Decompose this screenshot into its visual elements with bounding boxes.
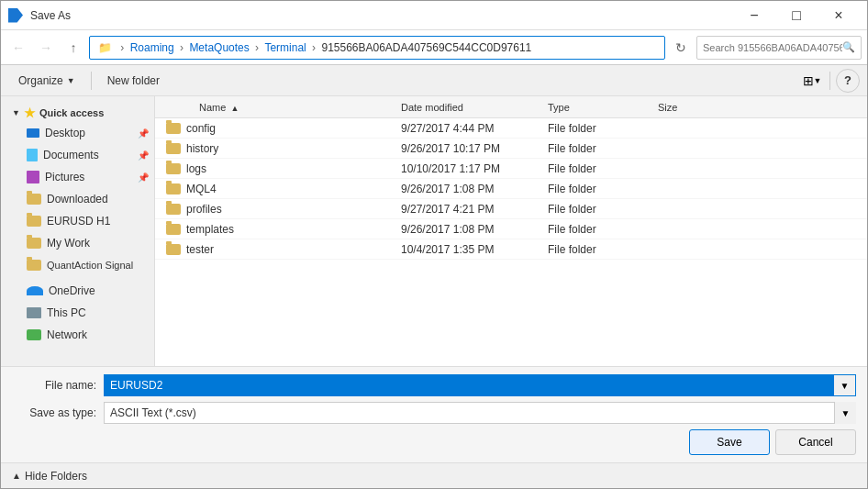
filename-input[interactable] bbox=[104, 374, 834, 396]
documents-icon bbox=[27, 149, 38, 161]
file-row-templates[interactable]: templates 9/26/2017 1:08 PM File folder bbox=[155, 219, 867, 239]
minimize-button[interactable]: − bbox=[733, 1, 775, 30]
savetype-select-wrapper: ▼ bbox=[104, 402, 856, 424]
close-button[interactable]: × bbox=[818, 1, 860, 30]
file-type-config: File folder bbox=[540, 122, 651, 135]
pin-icon-documents: 📌 bbox=[138, 150, 149, 161]
tester-folder-icon bbox=[166, 244, 181, 255]
view-toggle-button[interactable]: ⊞ ▼ bbox=[800, 69, 824, 93]
breadcrumb-sep-3: › bbox=[252, 41, 262, 54]
file-type-tester: File folder bbox=[540, 243, 651, 256]
filename-dropdown-arrow[interactable]: ▼ bbox=[834, 374, 856, 396]
up-button[interactable]: ↑ bbox=[61, 36, 85, 60]
file-row-config[interactable]: config 9/27/2017 4:44 PM File folder bbox=[155, 118, 867, 139]
file-row-logs[interactable]: logs 10/10/2017 1:17 PM File folder bbox=[155, 159, 867, 179]
save-button[interactable]: Save bbox=[689, 429, 770, 455]
file-type-templates: File folder bbox=[540, 223, 651, 236]
savetype-input[interactable] bbox=[104, 402, 856, 424]
column-header-type[interactable]: Type bbox=[540, 102, 651, 113]
mywork-folder-icon bbox=[27, 238, 41, 249]
column-header-name[interactable]: Name ▲ bbox=[155, 102, 394, 113]
savetype-row: Save as type: ▼ bbox=[12, 402, 856, 424]
file-name-history: history bbox=[186, 142, 218, 155]
file-modified-tester: 10/4/2017 1:35 PM bbox=[394, 243, 540, 256]
cancel-label: Cancel bbox=[798, 436, 832, 449]
file-row-mql4[interactable]: MQL4 9/26/2017 1:08 PM File folder bbox=[155, 179, 867, 199]
sidebar-item-desktop[interactable]: Desktop 📌 bbox=[1, 122, 154, 144]
sidebar-item-mywork[interactable]: My Work bbox=[1, 232, 154, 254]
sidebar-item-thispc[interactable]: This PC bbox=[1, 302, 154, 324]
file-name-config: config bbox=[186, 122, 216, 135]
organize-label: Organize bbox=[18, 74, 63, 87]
breadcrumb-sep-4: › bbox=[309, 41, 319, 54]
file-list: Name ▲ Date modified Type Size config bbox=[155, 96, 867, 366]
file-modified-profiles: 9/27/2017 4:21 PM bbox=[394, 203, 540, 216]
templates-folder-icon bbox=[166, 224, 181, 235]
view-chevron-icon: ▼ bbox=[814, 76, 822, 85]
sidebar: ▼ ★ Quick access Desktop 📌 Documents 📌 P… bbox=[1, 96, 155, 366]
breadcrumb-sep-2: › bbox=[177, 41, 187, 54]
new-folder-button[interactable]: New folder bbox=[97, 69, 170, 93]
file-row-history[interactable]: history 9/26/2017 10:17 PM File folder bbox=[155, 139, 867, 159]
sidebar-section-quick-access[interactable]: ▼ ★ Quick access bbox=[1, 100, 154, 122]
sidebar-quick-access-label: Quick access bbox=[39, 107, 104, 118]
organize-button[interactable]: Organize ▼ bbox=[8, 69, 85, 93]
network-icon bbox=[27, 329, 41, 340]
sidebar-item-documents[interactable]: Documents 📌 bbox=[1, 144, 154, 166]
sidebar-onedrive-label: OneDrive bbox=[49, 284, 95, 297]
file-type-profiles: File folder bbox=[540, 203, 651, 216]
window-controls: − □ × bbox=[733, 1, 860, 30]
cancel-button[interactable]: Cancel bbox=[775, 429, 856, 455]
column-header-modified[interactable]: Date modified bbox=[394, 102, 540, 113]
organize-chevron-icon: ▼ bbox=[67, 76, 75, 85]
file-name-templates: templates bbox=[186, 223, 234, 236]
search-icon: 🔍 bbox=[842, 41, 855, 53]
filename-row: File name: ▼ bbox=[12, 374, 856, 396]
sidebar-item-pictures[interactable]: Pictures 📌 bbox=[1, 166, 154, 188]
search-input[interactable] bbox=[703, 42, 842, 53]
window-title: Save As bbox=[30, 9, 733, 22]
sidebar-item-quantaction[interactable]: QuantAction Signal bbox=[1, 254, 154, 276]
sidebar-mywork-label: My Work bbox=[47, 237, 90, 250]
file-type-mql4: File folder bbox=[540, 183, 651, 195]
quick-access-star-icon: ★ bbox=[24, 106, 36, 120]
action-row: Save Cancel bbox=[12, 429, 856, 455]
sidebar-item-eurusd[interactable]: EURUSD H1 bbox=[1, 210, 154, 232]
sidebar-network-label: Network bbox=[47, 328, 87, 341]
filename-label: File name: bbox=[12, 379, 104, 392]
breadcrumb-roaming[interactable]: Roaming bbox=[130, 41, 174, 54]
address-bar: ← → ↑ 📁 › Roaming › MetaQuotes › Termina… bbox=[1, 30, 867, 65]
column-header-size[interactable]: Size bbox=[651, 102, 724, 113]
breadcrumb-metaquotes[interactable]: MetaQuotes bbox=[189, 41, 249, 54]
sidebar-item-network[interactable]: Network bbox=[1, 324, 154, 346]
search-box[interactable]: 🔍 bbox=[696, 36, 862, 60]
file-row-tester[interactable]: tester 10/4/2017 1:35 PM File folder bbox=[155, 239, 867, 260]
pictures-icon bbox=[27, 171, 39, 183]
file-modified-templates: 9/26/2017 1:08 PM bbox=[394, 223, 540, 236]
hide-folders-toggle[interactable]: ▲ Hide Folders bbox=[12, 470, 87, 483]
sidebar-item-downloaded[interactable]: Downloaded bbox=[1, 188, 154, 210]
file-modified-mql4: 9/26/2017 1:08 PM bbox=[394, 183, 540, 195]
sidebar-desktop-label: Desktop bbox=[45, 127, 85, 139]
sidebar-downloaded-label: Downloaded bbox=[47, 193, 108, 206]
breadcrumb-bar: 📁 › Roaming › MetaQuotes › Terminal › 91… bbox=[89, 36, 665, 60]
hide-folders-label: Hide Folders bbox=[25, 470, 87, 483]
forward-button[interactable]: → bbox=[34, 36, 58, 60]
sort-arrow-icon: ▲ bbox=[230, 104, 239, 113]
back-button[interactable]: ← bbox=[6, 36, 30, 60]
sidebar-item-onedrive[interactable]: OneDrive bbox=[1, 280, 154, 302]
breadcrumb-terminal[interactable]: Terminal bbox=[264, 41, 306, 54]
sidebar-documents-label: Documents bbox=[43, 149, 99, 161]
file-row-profiles[interactable]: profiles 9/27/2017 4:21 PM File folder bbox=[155, 199, 867, 219]
quick-access-chevron-icon: ▼ bbox=[12, 108, 20, 117]
main-content: ▼ ★ Quick access Desktop 📌 Documents 📌 P… bbox=[1, 96, 867, 366]
save-button-wrapper: Save bbox=[689, 429, 770, 455]
maximize-button[interactable]: □ bbox=[775, 1, 818, 30]
help-button[interactable]: ? bbox=[836, 69, 860, 93]
bottom-form: File name: ▼ Save as type: ▼ Save Cancel bbox=[1, 366, 867, 462]
downloaded-folder-icon bbox=[27, 194, 41, 205]
refresh-button[interactable]: ↻ bbox=[669, 36, 693, 60]
sidebar-eurusd-label: EURUSD H1 bbox=[47, 215, 110, 228]
pin-icon-desktop: 📌 bbox=[138, 128, 149, 139]
quantaction-folder-icon bbox=[27, 260, 41, 271]
